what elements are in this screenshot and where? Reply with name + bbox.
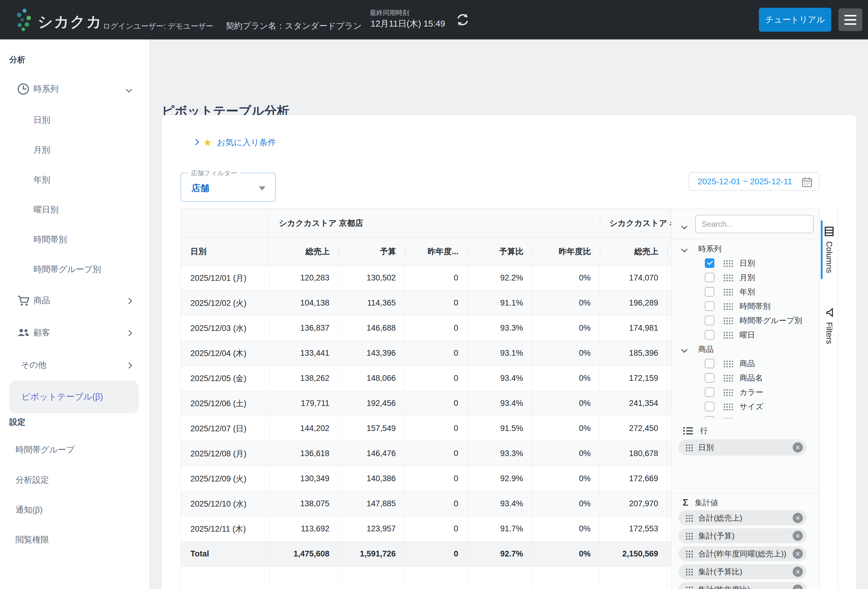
checkbox-unchecked[interactable] xyxy=(705,273,714,282)
checkbox-unchecked[interactable] xyxy=(705,416,714,418)
remove-chip-icon[interactable]: × xyxy=(793,549,803,559)
field-item: 月別 xyxy=(671,270,819,285)
rows-section: 行 日別× xyxy=(671,418,819,494)
value-cell: 1,591,726 xyxy=(339,542,405,566)
tab-filters[interactable]: Filters xyxy=(820,298,838,353)
remove-chip-icon[interactable]: × xyxy=(793,442,803,452)
drag-handle-icon[interactable] xyxy=(723,331,733,339)
value-cell: 93.4% xyxy=(468,391,532,416)
field-chip[interactable]: 集計(昨年度比)× xyxy=(679,582,806,589)
value-cell: 0% xyxy=(532,416,600,441)
value-cell: 185,396 xyxy=(600,341,667,365)
column-header-budget[interactable]: 予算 xyxy=(339,237,405,265)
sidebar-item-product[interactable]: 商品 xyxy=(0,292,149,309)
sidebar-item-hourly-group[interactable]: 時間帯グループ別 xyxy=(0,261,149,278)
column-header-lastyear-ratio[interactable]: 昨年度比 xyxy=(532,237,600,265)
checkbox-unchecked[interactable] xyxy=(705,330,714,340)
remove-chip-icon[interactable]: × xyxy=(793,513,803,523)
row-label-cell: 2025/12/11 (木) xyxy=(181,517,269,541)
table-row: 2025/12/07 (日)144,202157,549091.5%0%272,… xyxy=(181,416,735,441)
value-cell: 0% xyxy=(532,542,600,566)
field-group-1[interactable]: 商品 xyxy=(671,342,819,356)
store-filter-select[interactable]: 店舗フィルター 店舗 xyxy=(180,173,276,202)
tab-columns[interactable]: Columns xyxy=(820,221,838,279)
value-cell: 123,957 xyxy=(339,517,405,541)
sidebar-item-timezone-group[interactable]: 時間帯グループ xyxy=(0,442,149,458)
sidebar-item-pivot-table-active[interactable]: ピボットテーブル(β) xyxy=(9,380,139,413)
date-range-button[interactable]: 2025-12-01 ~ 2025-12-11 xyxy=(689,172,819,191)
checkbox-unchecked[interactable] xyxy=(705,402,714,411)
remove-chip-icon[interactable]: × xyxy=(793,567,803,577)
drag-handle-icon[interactable] xyxy=(723,302,733,310)
sidebar-item-other[interactable]: その他 xyxy=(0,356,149,373)
sidebar-item-analysis-settings[interactable]: 分析設定 xyxy=(0,472,149,488)
search-input[interactable] xyxy=(695,215,813,233)
sidebar-item-notification[interactable]: 通知(β) xyxy=(0,502,149,518)
sidebar-item-yearly[interactable]: 年別 xyxy=(0,171,149,188)
drag-handle-icon[interactable] xyxy=(723,359,733,367)
field-chip[interactable]: 集計(予算比)× xyxy=(679,564,806,579)
column-header-budget-ratio[interactable]: 予算比 xyxy=(468,237,532,265)
value-cell: 143,396 xyxy=(339,341,405,365)
menu-button[interactable] xyxy=(838,8,862,31)
field-chip[interactable]: 日別× xyxy=(679,439,806,455)
sidebar-item-hourly[interactable]: 時間帯別 xyxy=(0,231,149,248)
field-chip[interactable]: 合計(昨年度同曜(総売上))× xyxy=(679,546,806,561)
field-item-label: 時間帯グループ別 xyxy=(740,315,802,326)
content-card: ★ お気に入り条件 店舗フィルター 店舗 2025-12-01 ~ 2025-1… xyxy=(162,115,856,589)
column-header-store2-sales[interactable]: 総売上 xyxy=(600,237,667,265)
login-user-label: ログインユーザー: デモユーザー xyxy=(103,21,213,31)
table-row: 2025/12/06 (土)179,711192,456093.4%0%241,… xyxy=(181,391,735,416)
tutorial-button[interactable]: チュートリアル xyxy=(759,8,831,32)
sidebar-item-timeseries[interactable]: 時系列 xyxy=(0,81,149,97)
checkbox-checked[interactable] xyxy=(705,258,714,268)
collapse-all-icon[interactable] xyxy=(682,221,686,231)
checkbox-unchecked[interactable] xyxy=(705,287,714,297)
sidebar-item-permission[interactable]: 閲覧権限 xyxy=(0,532,149,548)
checkbox-unchecked[interactable] xyxy=(705,359,714,368)
value-cell xyxy=(468,567,532,589)
column-header-lastyear[interactable]: 昨年度... xyxy=(405,237,468,265)
sidebar-item-monthly[interactable]: 月別 xyxy=(0,141,149,158)
value-cell: 91.7% xyxy=(468,517,532,541)
value-cell: 93.1% xyxy=(468,341,532,365)
drag-handle-icon[interactable] xyxy=(723,274,733,281)
drag-handle-icon[interactable] xyxy=(723,388,733,396)
checkbox-unchecked[interactable] xyxy=(705,387,714,397)
value-cell: 138,075 xyxy=(269,491,339,516)
drag-handle-icon[interactable] xyxy=(723,403,733,410)
value-cell: 0 xyxy=(405,441,468,466)
field-group-0[interactable]: 時系列 xyxy=(671,241,819,256)
value-cell: 136,837 xyxy=(269,316,339,340)
value-cell: 120,283 xyxy=(269,265,339,290)
field-chip[interactable]: 集計(予算)× xyxy=(679,529,806,543)
checkbox-unchecked[interactable] xyxy=(705,301,714,311)
column-header-daily[interactable]: 日別 xyxy=(181,237,269,265)
remove-chip-icon[interactable]: × xyxy=(793,531,803,541)
field-item-label: 年別 xyxy=(740,287,755,297)
remove-chip-icon[interactable]: × xyxy=(793,585,803,589)
value-cell xyxy=(339,567,405,589)
value-cell xyxy=(600,567,667,589)
sidebar-item-weekday[interactable]: 曜日別 xyxy=(0,201,149,218)
value-cell: 0% xyxy=(532,341,600,365)
field-chip[interactable]: 合計(総売上)× xyxy=(679,511,806,526)
sidebar-item-daily[interactable]: 日別 xyxy=(0,112,149,128)
drag-handle-icon[interactable] xyxy=(723,259,733,267)
value-cell: 192,456 xyxy=(339,391,405,416)
refresh-icon[interactable] xyxy=(456,13,470,27)
value-cell: 0 xyxy=(405,491,468,516)
drag-handle-icon[interactable] xyxy=(723,288,733,296)
field-item: 時間帯グループ別 xyxy=(671,313,819,328)
value-cell: 0 xyxy=(405,416,468,441)
checkbox-unchecked[interactable] xyxy=(705,373,714,383)
field-item-label: 日別 xyxy=(740,258,755,268)
row-label-cell: Total xyxy=(181,542,269,566)
checkbox-unchecked[interactable] xyxy=(705,316,714,325)
drag-handle-icon[interactable] xyxy=(723,374,733,382)
favorites-toggle[interactable]: ★ お気に入り条件 xyxy=(194,137,276,149)
column-header-sales[interactable]: 総売上 xyxy=(269,237,339,265)
drag-handle-icon[interactable] xyxy=(723,317,733,324)
value-cell: 241,354 xyxy=(600,391,667,416)
sidebar-item-customer[interactable]: 顧客 xyxy=(0,324,149,341)
